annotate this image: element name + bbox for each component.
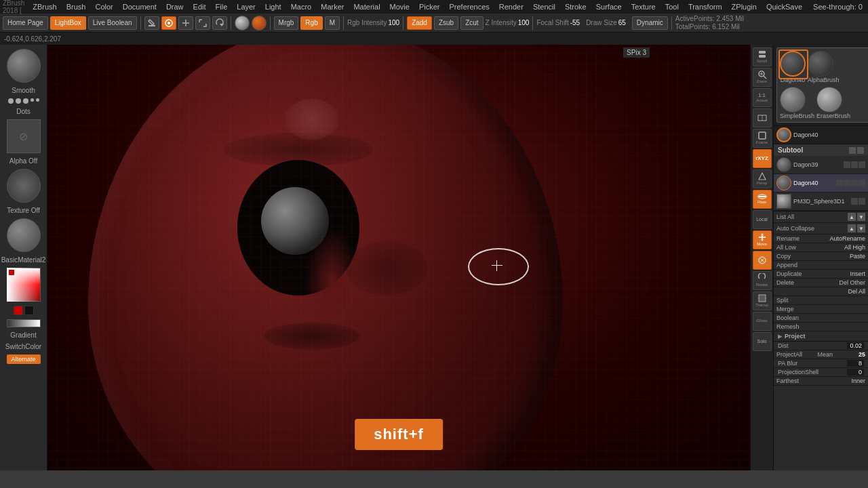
ghost-icon-btn[interactable]: Ghost	[753, 312, 772, 331]
live-boolean-button[interactable]: Live Boolean	[88, 16, 137, 30]
current-brush-icon[interactable]	[776, 127, 791, 142]
alternate-button[interactable]: Alternate	[7, 354, 41, 364]
see-through[interactable]: See-through: 0	[809, 3, 867, 11]
boolean-label[interactable]: Boolean	[776, 314, 865, 321]
frame-icon-btn[interactable]: Frame	[753, 129, 772, 148]
menu-macro[interactable]: Macro	[287, 3, 316, 11]
scale-icon-btn[interactable]	[195, 16, 210, 30]
menu-texture[interactable]: Surface	[592, 3, 626, 11]
pa-blur-value[interactable]: 8	[847, 360, 864, 367]
menu-light[interactable]: Light	[261, 3, 285, 11]
menu-render[interactable]: Render	[495, 3, 528, 11]
quick-save[interactable]: QuickSave	[762, 3, 806, 11]
menu-brush[interactable]: Brush	[62, 3, 90, 11]
sphere-ctrl1[interactable]	[851, 198, 858, 205]
dynamic-button[interactable]: Dynamic	[632, 16, 668, 30]
menu-material[interactable]: Material	[349, 3, 384, 11]
paste-button[interactable]: Paste	[850, 253, 865, 260]
texture-preview[interactable]	[7, 169, 41, 203]
autorename-button[interactable]: AutoRename	[829, 235, 865, 242]
subtool-add-btn[interactable]	[849, 147, 856, 154]
menu-draw[interactable]: Draw	[162, 3, 188, 11]
insert-button[interactable]: Insert	[850, 270, 865, 277]
menu-layer[interactable]: Layer	[233, 3, 260, 11]
menu-zscript[interactable]: ZPlugin	[728, 3, 761, 11]
inner-button[interactable]: Inner	[851, 378, 865, 384]
alphabrush-thumb[interactable]: AlphaBrush	[808, 51, 840, 83]
dagon40-ctrl1[interactable]	[836, 180, 843, 186]
move-icon-btn[interactable]	[178, 16, 193, 30]
subtool-sphere[interactable]: PM3D_Sphere3D1	[774, 192, 868, 211]
floor-icon-btn[interactable]: Floor	[753, 190, 772, 209]
dagon40-ctrl4[interactable]	[859, 180, 865, 186]
gradient-bar[interactable]	[7, 319, 41, 327]
rxyz-icon-btn[interactable]: rXYZ	[753, 149, 772, 168]
split-label[interactable]: Split	[776, 297, 865, 304]
menu-tool[interactable]: Texture	[627, 3, 660, 11]
edit-icon-btn[interactable]	[144, 16, 159, 30]
project-section-header[interactable]: ▶ Project	[774, 331, 868, 342]
del-other-button[interactable]: Del Other	[839, 279, 865, 286]
menu-document[interactable]: Document	[119, 3, 161, 11]
eraserbrush-thumb[interactable]: EraserBrush	[816, 87, 850, 119]
menu-edit[interactable]: Edit	[189, 3, 210, 11]
zsub-button[interactable]: Zsub	[434, 16, 458, 30]
canvas-area[interactable]: SPix 3 shift+f	[47, 45, 750, 470]
local-icon-btn[interactable]: Local	[753, 210, 772, 229]
mrgb-button[interactable]: Mrgb	[274, 16, 299, 30]
auto-collapse-down-btn[interactable]: ▼	[857, 224, 865, 232]
rotate-icon-btn[interactable]	[212, 16, 227, 30]
simplebrush-thumb[interactable]: SimpleBrush	[780, 87, 814, 119]
persp-icon-btn[interactable]: Persp	[753, 169, 772, 188]
menu-movie[interactable]: Movie	[386, 3, 414, 11]
rgb-button[interactable]: Rgb	[300, 16, 322, 30]
append-label[interactable]: Append	[776, 262, 865, 268]
del-all-button[interactable]: Del All	[848, 288, 865, 295]
foreground-swatch[interactable]	[14, 306, 23, 315]
farthest-button[interactable]: Farthest	[776, 378, 850, 384]
subtool-header[interactable]: Subtool	[774, 144, 868, 156]
dist-value[interactable]: 0.02	[847, 342, 864, 349]
menu-file[interactable]: File	[212, 3, 232, 11]
dagon40-ctrl2[interactable]	[844, 180, 850, 186]
m-button[interactable]: M	[325, 16, 340, 30]
home-page-button[interactable]: Home Page	[3, 16, 48, 30]
dot-pattern[interactable]	[7, 98, 41, 104]
scroll-icon-btn[interactable]: Scroll	[753, 47, 772, 66]
auto-collapse-up-btn[interactable]: ▲	[848, 224, 856, 232]
dagon39-ctrl1[interactable]	[844, 161, 850, 168]
mean-value[interactable]: 25	[859, 351, 865, 358]
zoom-icon-btn[interactable]: Zoom	[753, 68, 772, 87]
brush-preview[interactable]	[7, 49, 41, 83]
sphere-ctrl2[interactable]	[859, 198, 865, 205]
move-icon-btn2[interactable]: Move	[753, 230, 772, 249]
rotate2-icon-btn[interactable]: Rotate	[753, 271, 772, 290]
dagon39-ctrl3[interactable]	[859, 161, 865, 168]
transp-icon-btn[interactable]: Transp	[753, 291, 772, 310]
projection-shell-value[interactable]: 0	[847, 369, 864, 375]
alpha-preview[interactable]: ⊘	[7, 119, 41, 153]
subtool-down-btn[interactable]	[857, 147, 864, 154]
sphere-preview[interactable]	[235, 16, 250, 30]
lightbox-button[interactable]: LightBox	[50, 16, 86, 30]
list-all-down-btn[interactable]: ▼	[857, 213, 865, 221]
actual-icon-btn[interactable]: 1:1 Actual	[753, 88, 772, 107]
menu-zplugin[interactable]: Transform	[684, 3, 726, 11]
list-all-up-btn[interactable]: ▲	[848, 213, 856, 221]
menu-zbrush[interactable]: ZBrush	[28, 3, 60, 11]
color-picker[interactable]	[7, 268, 41, 302]
menu-preferences[interactable]: Preferences	[445, 3, 493, 11]
all-high-button[interactable]: All High	[844, 244, 865, 251]
dagon40-brush-popup[interactable]: Dagon40 AlphaBrush SimpleBrush EraserBru…	[776, 47, 868, 123]
aahalf-icon-btn[interactable]	[753, 108, 772, 127]
solo-icon-btn[interactable]: Solo	[753, 332, 772, 351]
subtool-dagon40[interactable]: Dagon40	[774, 174, 868, 192]
draw-icon-btn[interactable]	[161, 16, 176, 30]
merge-label[interactable]: Merge	[776, 306, 865, 312]
background-swatch[interactable]	[24, 306, 34, 315]
menu-picker[interactable]: Picker	[415, 3, 444, 11]
menu-marker[interactable]: Marker	[317, 3, 348, 11]
project-all-button[interactable]: ProjectAll	[776, 351, 816, 358]
dagon40-thumb[interactable]: Dagon40	[780, 51, 806, 83]
zcut-button[interactable]: Zcut	[460, 16, 483, 30]
